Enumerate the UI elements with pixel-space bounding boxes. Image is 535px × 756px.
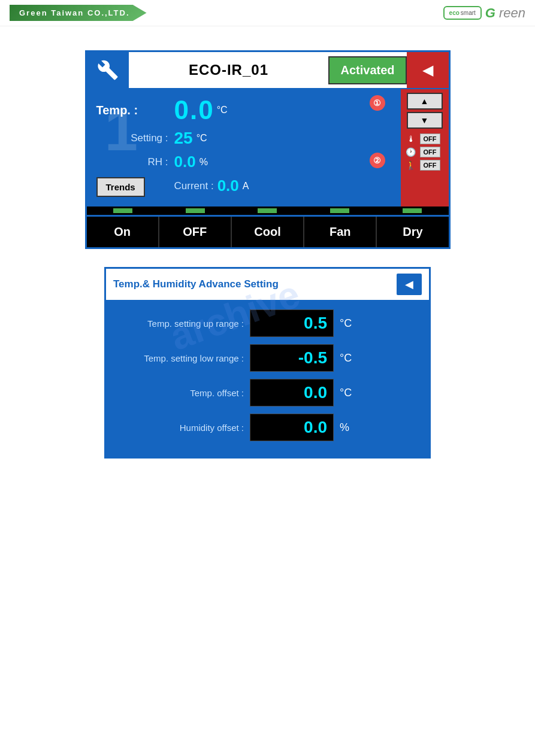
badge1-text: ①	[373, 98, 381, 108]
rh-row: RH : 0.0 % ②	[96, 153, 391, 171]
temperature-row: Temp. : 0.0 °C ①	[96, 95, 391, 125]
back-arrow-icon: ◀	[422, 62, 433, 78]
smart-text: smart	[461, 10, 476, 16]
company-name-banner: Green Taiwan CO.,LTD.	[10, 5, 147, 21]
temp-value: 0.0	[174, 95, 214, 125]
header-decorative-dots	[155, 11, 170, 15]
wrench-button[interactable]	[87, 52, 129, 88]
panel2-advance-setting: Temp.& Humidity Advance Setting ◀ Temp. …	[104, 267, 431, 459]
bottom-indicator-dots-row	[87, 207, 449, 215]
temp-unit: °C	[217, 105, 228, 116]
temp-low-range-label: Temp. setting low range :	[118, 353, 250, 363]
panel1-back-button[interactable]: ◀	[407, 52, 449, 88]
panel2-back-button[interactable]: ◀	[397, 274, 422, 295]
indicator-dot-2	[186, 208, 205, 213]
humidity-offset-input[interactable]: 0.0	[250, 414, 334, 441]
current-unit: A	[243, 181, 249, 192]
humidity-offset-row: Humidity offset : 0.0 %	[118, 414, 417, 441]
humidity-offset-label: Humidity offset :	[118, 423, 250, 433]
dot1	[155, 11, 159, 15]
panel1-body: 1 Temp. : 0.0 °C ① Setting : 25 °C	[87, 89, 449, 207]
panel2-title: Temp.& Humidity Advance Setting	[113, 278, 391, 290]
temp-offset-unit: °C	[340, 387, 352, 399]
off-button-3[interactable]: OFF	[420, 160, 440, 171]
device-name: ECO-IR_01	[129, 62, 329, 78]
temp-up-range-unit: °C	[340, 317, 352, 330]
off-button-1[interactable]: OFF	[420, 133, 440, 144]
temp-up-button[interactable]: ▲	[407, 93, 443, 110]
temp-low-range-row: Temp. setting low range : -0.5 °C	[118, 344, 417, 372]
dot-cell-1	[87, 207, 159, 215]
sidebar-off-row-1: 🌡 OFF	[404, 133, 445, 144]
setting-row: Setting : 25 °C	[96, 129, 391, 148]
panel2-titlebar: Temp.& Humidity Advance Setting ◀	[106, 269, 429, 301]
current-label: Current :	[174, 180, 217, 192]
panel1-main-data: 1 Temp. : 0.0 °C ① Setting : 25 °C	[87, 89, 401, 207]
thermometer-icon: 🌡	[404, 134, 418, 144]
dot-cell-4	[304, 207, 376, 215]
panel1-eco-ir: ECO-IR_01 Activated ◀ 1 Temp. : 0.0 °C ①	[85, 50, 451, 249]
up-arrow-icon: ▲	[421, 96, 429, 106]
panel1-titlebar: ECO-IR_01 Activated ◀	[87, 52, 449, 89]
badge-circle-2: ②	[370, 153, 385, 168]
dot-cell-5	[376, 207, 449, 215]
panel2-body: Temp. setting up range : 0.5 °C Temp. se…	[106, 301, 429, 457]
current-value: 0.0	[217, 177, 239, 195]
mode-fan-button[interactable]: Fan	[304, 217, 377, 247]
dot-cell-3	[231, 207, 304, 215]
current-row: Trends Current : 0.0 A	[96, 175, 391, 197]
rh-unit: %	[200, 157, 208, 168]
header-left: Green Taiwan CO.,LTD.	[10, 5, 170, 21]
dot-cell-2	[159, 207, 231, 215]
temp-down-button[interactable]: ▼	[407, 112, 443, 129]
off-button-2[interactable]: OFF	[420, 147, 440, 157]
green-logo-reen: reen	[499, 5, 525, 21]
sidebar-off-row-3: 🚶 OFF	[404, 160, 445, 171]
badge-circle-1: ①	[370, 95, 385, 111]
rh-value: 0.0	[174, 153, 196, 171]
eco-text: eco	[449, 10, 460, 16]
temp-offset-input[interactable]: 0.0	[250, 379, 334, 406]
setting-value: 25	[174, 129, 193, 148]
dot3	[166, 11, 170, 15]
temp-up-range-row: Temp. setting up range : 0.5 °C	[118, 309, 417, 337]
wrench-icon	[97, 59, 119, 81]
temp-low-range-input[interactable]: -0.5	[250, 344, 334, 372]
header: Green Taiwan CO.,LTD. eco smart Green	[0, 0, 535, 26]
mode-cool-button[interactable]: Cool	[232, 217, 304, 247]
trends-button[interactable]: Trends	[96, 177, 145, 197]
motion-icon: 🚶	[404, 160, 418, 170]
activated-button[interactable]: Activated	[328, 56, 406, 84]
panel1-sidebar: ▲ ▼ 🌡 OFF 🕐 OFF	[401, 89, 449, 207]
logo-area: eco smart Green	[443, 5, 525, 21]
rh-label: RH :	[96, 156, 174, 168]
panel1-mode-bar: On OFF Cool Fan Dry	[87, 215, 449, 247]
temp-offset-label: Temp. offset :	[118, 388, 250, 398]
indicator-dot-1	[113, 208, 132, 213]
company-name: Green Taiwan CO.,LTD.	[19, 8, 130, 17]
main-content: archive ECO-IR_01 Activated ◀ 1	[0, 26, 535, 488]
temp-up-range-label: Temp. setting up range :	[118, 318, 250, 329]
panel2-back-icon: ◀	[405, 278, 413, 291]
clock-icon: 🕐	[404, 147, 418, 157]
dot2	[161, 11, 164, 15]
sidebar-off-row-2: 🕐 OFF	[404, 147, 445, 157]
mode-off-button[interactable]: OFF	[159, 217, 232, 247]
temp-up-range-input[interactable]: 0.5	[250, 309, 334, 337]
temp-low-range-unit: °C	[340, 352, 352, 365]
eco-smart-logo: eco smart	[443, 6, 482, 20]
temp-label: Temp. :	[96, 104, 174, 117]
setting-unit: °C	[197, 133, 207, 144]
mode-on-button[interactable]: On	[87, 217, 159, 247]
indicator-dot-3	[258, 208, 277, 213]
humidity-offset-unit: %	[340, 421, 349, 434]
temp-offset-row: Temp. offset : 0.0 °C	[118, 379, 417, 406]
green-logo-g: G	[485, 5, 495, 21]
indicator-dot-5	[403, 208, 422, 213]
setting-label: Setting :	[96, 132, 174, 144]
mode-dry-button[interactable]: Dry	[377, 217, 448, 247]
indicator-dot-4	[330, 208, 349, 213]
down-arrow-icon: ▼	[421, 116, 429, 125]
